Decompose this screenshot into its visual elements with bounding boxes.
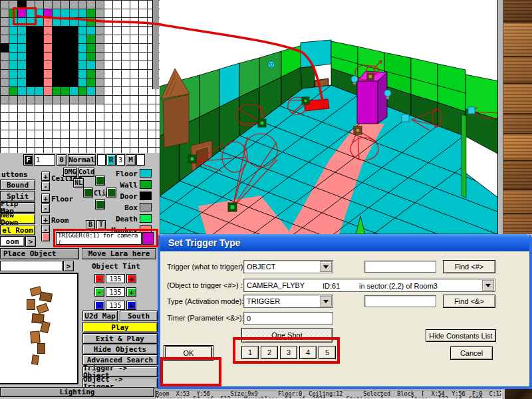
map-cell[interactable] [17,0,26,9]
map-cell[interactable] [17,35,26,43]
map-cell[interactable] [17,43,26,52]
map-cell[interactable] [0,52,9,61]
3d-room-view[interactable] [160,0,499,234]
map-cell[interactable] [69,43,78,52]
map-cell[interactable] [0,61,9,69]
map-cell[interactable] [0,17,9,26]
timer-field[interactable]: 0 [243,312,333,325]
number-4-button[interactable]: 4 [299,346,317,359]
texture-palette-strip[interactable] [503,0,532,234]
dialog-title-bar[interactable]: Set Trigger Type [160,234,529,251]
map-cell[interactable] [26,9,35,17]
map-cell[interactable] [69,78,78,86]
map-cell[interactable] [52,95,61,104]
map-cell[interactable] [78,43,86,52]
map-cell[interactable] [17,52,26,61]
map-cell[interactable] [61,52,69,61]
map-cell[interactable] [61,95,69,104]
map-cell[interactable] [52,17,61,26]
map-cell[interactable] [9,78,17,86]
box-swatch[interactable] [140,203,152,211]
map-cell[interactable] [86,26,95,35]
dmg-button[interactable]: DMG [63,168,77,177]
map-cell[interactable] [35,43,43,52]
map-cell[interactable] [35,78,43,86]
map-cell[interactable] [86,9,95,17]
pink-swatch-button[interactable] [41,232,50,241]
map-cell[interactable] [26,35,35,43]
texture-tile[interactable] [503,0,532,23]
map-cell[interactable] [95,95,104,104]
map-cell[interactable] [43,35,52,43]
map-cell[interactable] [17,95,26,104]
map-cell[interactable] [95,35,104,43]
map-cell[interactable] [69,52,78,61]
map-cell[interactable] [0,9,9,17]
map-cell[interactable] [69,86,78,95]
map-cell[interactable] [69,0,78,9]
map-cell[interactable] [61,0,69,9]
map-cell[interactable] [35,35,43,43]
map-cell[interactable] [9,61,17,69]
blue-plus-button[interactable]: + [126,301,136,310]
find-amp-button[interactable]: Find <&> [443,295,495,308]
map-cell[interactable] [35,86,43,95]
map-cell[interactable] [61,86,69,95]
zero-button[interactable]: 0 [57,154,66,166]
normal-mode-button[interactable]: Normal [68,154,96,166]
map-cell[interactable] [9,43,17,52]
map-cell[interactable] [61,61,69,69]
map-cell[interactable] [69,69,78,78]
ok-button[interactable]: OK [165,346,212,360]
death-swatch[interactable] [140,214,152,223]
map-cell[interactable] [52,0,61,9]
map-cell[interactable] [43,69,52,78]
map-cell[interactable] [78,95,86,104]
map-cell[interactable] [43,17,52,26]
room-next-button[interactable]: > [25,236,36,247]
map-cell[interactable] [86,95,95,104]
lighting-bar[interactable]: Lighting [0,387,154,397]
rotate-count-field[interactable]: 3 [116,154,125,166]
map-cell[interactable] [35,69,43,78]
map-cell[interactable] [0,78,9,86]
map-cell[interactable] [26,86,35,95]
one-shot-button[interactable]: One Shot [241,328,332,342]
door-swatch[interactable] [140,192,152,200]
map-cell[interactable] [9,35,17,43]
map-cell[interactable] [78,78,86,86]
map-cell[interactable] [52,35,61,43]
map-cell[interactable] [43,61,52,69]
map-cell[interactable] [26,26,35,35]
map-cell[interactable] [86,35,95,43]
map-cell[interactable] [43,95,52,104]
map-cell[interactable] [0,35,9,43]
map-cell[interactable] [69,35,78,43]
ceiling-plus-button[interactable]: + [41,172,50,181]
view-divider[interactable] [497,0,503,234]
map-cell[interactable] [95,17,104,26]
map-cell[interactable] [78,86,86,95]
number-3-button[interactable]: 3 [280,346,297,359]
map-cell[interactable] [61,35,69,43]
red-tint-field[interactable]: 135 [106,274,125,283]
map-cell[interactable] [78,17,86,26]
map-cell[interactable] [78,35,86,43]
map-cell[interactable] [17,61,26,69]
map-cell[interactable] [78,69,86,78]
map-cell[interactable] [43,9,52,17]
map-cell[interactable] [9,86,17,95]
hide-objects-button[interactable]: Hide Objects [82,344,158,354]
trigger-color-swatch[interactable] [142,232,154,245]
blue-minus-button[interactable]: - [94,301,104,310]
map-cell[interactable] [78,9,86,17]
cancel-button[interactable]: Cancel [450,346,493,360]
map-cell[interactable] [26,95,35,104]
map-cell[interactable] [26,52,35,61]
map-cell[interactable] [78,61,86,69]
map-cell[interactable] [95,69,104,78]
blank-field-2[interactable] [136,154,145,166]
map-cell[interactable] [95,78,104,86]
map-cell[interactable] [69,26,78,35]
red-minus-button[interactable]: - [94,274,104,283]
